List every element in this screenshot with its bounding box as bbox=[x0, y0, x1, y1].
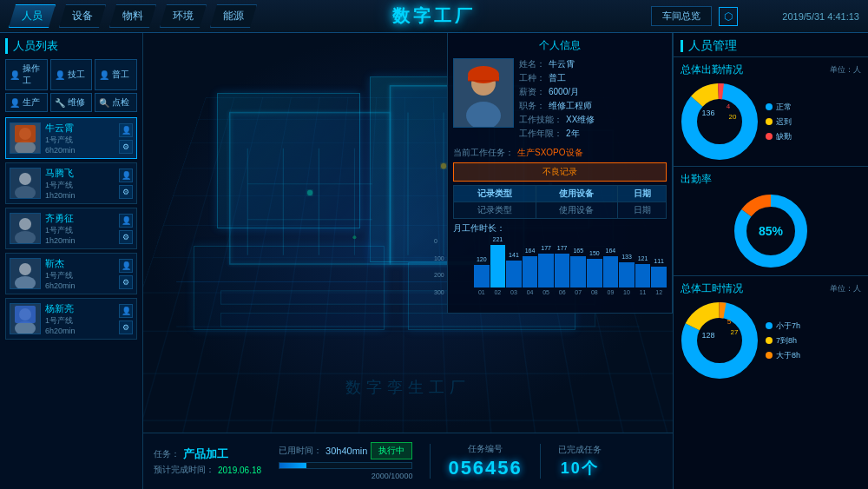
attendance-rate-chart: 85% bbox=[681, 192, 861, 270]
person-item[interactable]: 靳杰 1号产线 6h20min 👤 ⚙ bbox=[5, 253, 137, 294]
years-value: 2年 bbox=[566, 128, 580, 140]
legend-late: 迟到 bbox=[766, 116, 792, 128]
bar-label: 01 bbox=[478, 289, 485, 295]
avatar bbox=[10, 122, 41, 154]
person-name: 杨新亮 bbox=[45, 302, 115, 315]
cube-icon[interactable]: ⬡ bbox=[719, 7, 738, 26]
settings-button[interactable]: ⚙ bbox=[119, 230, 133, 244]
bar-item: 120 01 bbox=[474, 265, 490, 295]
person-name: 马腾飞 bbox=[45, 167, 115, 180]
settings-button[interactable]: ⚙ bbox=[119, 320, 133, 334]
duties-value: 维修工程师 bbox=[549, 100, 592, 112]
record-table: 记录类型 使用设备 日期 记录类型 使用设备 日期 bbox=[453, 185, 667, 219]
person-item[interactable]: 牛云霄 1号产线 6h20min 👤 ⚙ bbox=[5, 117, 137, 159]
task-info: 任务： 产品加工 预计完成时间： 2019.06.18 bbox=[154, 446, 261, 476]
title-bar-decoration bbox=[681, 40, 683, 52]
normal-dot bbox=[766, 103, 773, 110]
years-label: 工作年限： bbox=[519, 128, 562, 140]
personal-panel-title: 个人信息 bbox=[453, 38, 667, 53]
personal-photo bbox=[453, 58, 514, 128]
bottom-bar: 任务： 产品加工 预计完成时间： 2019.06.18 已用时间： 30h40m… bbox=[143, 433, 673, 489]
person-item[interactable]: 齐勇征 1号产线 1h20min 👤 ⚙ bbox=[5, 208, 137, 249]
task-label: 任务： bbox=[154, 448, 180, 460]
completed-count: 10个 bbox=[561, 458, 599, 479]
workhour-legend: 小于7h 7到8h 大于8h bbox=[766, 320, 800, 361]
svg-point-32 bbox=[352, 235, 356, 239]
add-person-button[interactable]: 👤 bbox=[119, 259, 133, 273]
worktype-label: 工种： bbox=[519, 72, 545, 84]
role-inspection[interactable]: 🔍 点检 bbox=[95, 93, 137, 112]
right-panel: 人员管理 总体出勤情况 单位：人 bbox=[673, 33, 868, 489]
svg-rect-37 bbox=[468, 76, 499, 81]
tech-icon: 👤 bbox=[55, 70, 65, 80]
insp-icon: 🔍 bbox=[99, 98, 109, 108]
bar: 177 bbox=[555, 254, 570, 287]
role-operator[interactable]: 👤 操作工 bbox=[5, 59, 48, 90]
attendance-unit: 单位：人 bbox=[830, 64, 861, 76]
completed-section: 已完成任务 10个 bbox=[558, 444, 602, 479]
bar-item: 133 10 bbox=[619, 262, 635, 295]
bad-record-button[interactable]: 不良记录 bbox=[453, 162, 667, 182]
bar-chart: 120 01 221 02 141 03 164 04 177 05 bbox=[474, 238, 667, 307]
tab-equipment[interactable]: 设备 bbox=[59, 4, 106, 28]
bar: 150 bbox=[587, 259, 602, 287]
date-label: 预计完成时间： bbox=[154, 464, 214, 476]
settings-button[interactable]: ⚙ bbox=[119, 185, 133, 199]
rate-title: 出勤率 bbox=[681, 172, 861, 187]
role-general[interactable]: 👤 普工 bbox=[95, 59, 137, 90]
absent-dot bbox=[766, 133, 773, 140]
svg-point-30 bbox=[441, 163, 446, 169]
header: 人员 设备 物料 环境 能源 数字工厂 车间总览 ⬡ 2019/5/31 4:4… bbox=[0, 0, 868, 33]
settings-button[interactable]: ⚙ bbox=[119, 140, 133, 154]
add-person-button[interactable]: 👤 bbox=[119, 123, 133, 137]
task-name: 产品加工 bbox=[183, 446, 228, 462]
task-num-value: 056456 bbox=[448, 457, 522, 479]
workhour-donut: 128 27 5 小于7h 7到8h bbox=[681, 301, 861, 380]
add-person-button[interactable]: 👤 bbox=[119, 214, 133, 228]
bar: 221 bbox=[490, 245, 506, 287]
7to8-dot bbox=[766, 337, 773, 344]
bar-value: 164 bbox=[525, 248, 536, 254]
add-person-button[interactable]: 👤 bbox=[119, 169, 133, 182]
role-tech[interactable]: 👤 技工 bbox=[50, 59, 93, 90]
bar-value: 121 bbox=[638, 255, 648, 261]
bar-item: 177 06 bbox=[555, 254, 570, 295]
tab-energy[interactable]: 能源 bbox=[210, 4, 257, 28]
tab-personnel[interactable]: 人员 bbox=[9, 4, 56, 28]
bar-item: 150 08 bbox=[587, 259, 602, 295]
add-person-button[interactable]: 👤 bbox=[119, 304, 133, 318]
personal-panel: 个人信息 姓名： bbox=[447, 33, 673, 314]
role-production[interactable]: 👤 生产 bbox=[5, 93, 48, 112]
monthly-chart: 月工作时长： 300 200 100 0 120 01 221 02 bbox=[453, 222, 667, 307]
bar-item: 141 03 bbox=[506, 261, 522, 295]
salary-value: 6000/月 bbox=[549, 86, 579, 98]
sidebar: 人员列表 👤 操作工 👤 技工 👤 普工 👤 生产 🔧 维修 bbox=[0, 33, 143, 489]
settings-button[interactable]: ⚙ bbox=[119, 275, 133, 289]
tab-material[interactable]: 物料 bbox=[109, 4, 156, 28]
person-item[interactable]: 马腾飞 1号产线 1h20min 👤 ⚙ bbox=[5, 162, 137, 204]
current-task: 当前工作任务： 生产SXOPO设备 bbox=[453, 147, 667, 159]
maint-icon: 🔧 bbox=[55, 98, 65, 108]
svg-rect-14 bbox=[230, 113, 391, 264]
car-tab[interactable]: 车间总览 bbox=[651, 6, 712, 26]
svg-text:27: 27 bbox=[731, 328, 739, 336]
bar-item: 177 05 bbox=[538, 254, 554, 295]
app-title: 数字工厂 bbox=[392, 4, 476, 28]
legend-absent: 缺勤 bbox=[766, 131, 792, 142]
role-maintenance[interactable]: 🔧 维修 bbox=[50, 93, 93, 112]
attendance-section: 总体出勤情况 单位：人 136 bbox=[674, 57, 868, 167]
person-item[interactable]: 杨新亮 1号产线 6h20min 👤 ⚙ bbox=[5, 298, 137, 340]
bar-label: 02 bbox=[494, 289, 501, 295]
person-info: 杨新亮 1号产线 6h20min bbox=[45, 302, 115, 335]
bar-item: 164 09 bbox=[603, 256, 619, 295]
col-device: 使用设备 bbox=[536, 186, 618, 202]
sidebar-title: 人员列表 bbox=[5, 38, 137, 54]
svg-point-4 bbox=[15, 186, 36, 198]
bar-value: 120 bbox=[477, 256, 487, 262]
bar: 164 bbox=[523, 256, 538, 287]
bar-value: 111 bbox=[654, 258, 664, 264]
workhour-chart: 128 27 5 bbox=[681, 301, 759, 380]
tab-environment[interactable]: 环境 bbox=[160, 4, 207, 28]
bar-item: 111 12 bbox=[651, 267, 667, 295]
right-panel-inner: 总体出勤情况 单位：人 136 bbox=[674, 57, 868, 489]
